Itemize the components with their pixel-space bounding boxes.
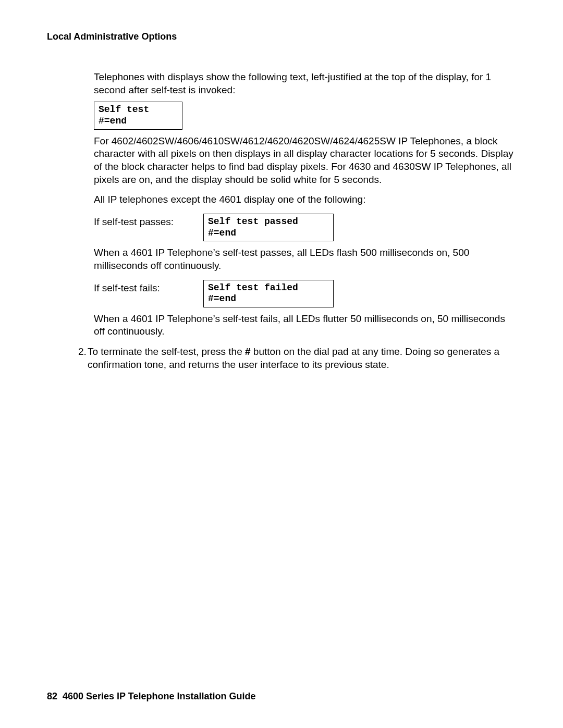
fail-paragraph: When a 4601 IP Telephone’s self-test fai… — [94, 313, 516, 338]
self-test-display-box: Self test #=end — [94, 102, 182, 129]
body-content: Telephones with displays show the follow… — [94, 71, 516, 372]
step-text-1: To terminate the self-test, press the — [88, 346, 245, 357]
step-number: 2. — [78, 346, 88, 371]
all-phones-paragraph: All IP telephones except the 4601 displa… — [94, 193, 516, 206]
fail-row: If self-test fails: Self test failed #=e… — [94, 280, 516, 307]
page-number: 82 — [47, 691, 57, 701]
intro-paragraph: Telephones with displays show the follow… — [94, 71, 516, 96]
pass-row: If self-test passes: Self test passed #=… — [94, 214, 516, 241]
pass-paragraph: When a 4601 IP Telephone’s self-test pas… — [94, 246, 516, 272]
page-header: Local Administrative Options — [47, 31, 516, 42]
block-char-paragraph: For 4602/4602SW/4606/4610SW/4612/4620/46… — [94, 135, 516, 187]
step-2: 2. To terminate the self-test, press the… — [94, 346, 516, 371]
fail-display-box: Self test failed #=end — [203, 280, 334, 307]
page: Local Administrative Options Telephones … — [0, 0, 563, 728]
hash-key: # — [245, 346, 251, 357]
step-text: To terminate the self-test, press the # … — [88, 346, 516, 371]
fail-label: If self-test fails: — [94, 280, 203, 295]
footer-title: 4600 Series IP Telephone Installation Gu… — [63, 691, 255, 701]
page-footer: 824600 Series IP Telephone Installation … — [47, 691, 256, 702]
pass-display-box: Self test passed #=end — [203, 214, 334, 241]
pass-label: If self-test passes: — [94, 214, 203, 229]
